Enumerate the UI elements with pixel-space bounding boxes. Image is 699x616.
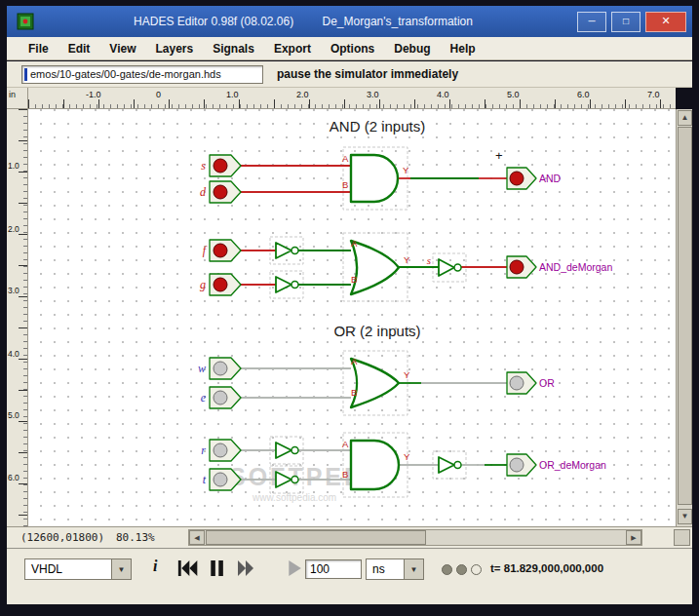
and-gate[interactable] — [351, 441, 399, 489]
maximize-button[interactable]: □ — [611, 12, 641, 32]
output-state-on — [510, 172, 524, 185]
menu-view[interactable]: View — [99, 42, 145, 56]
inverter-bubble — [291, 282, 298, 289]
simulator-status-text: pause the simulator immediately — [277, 67, 458, 81]
input-label: g — [200, 278, 206, 291]
switch-state-off[interactable] — [214, 473, 227, 486]
menu-help[interactable]: Help — [441, 42, 485, 56]
switch-state-on[interactable] — [214, 159, 227, 173]
hruler-label: 7.0 — [647, 90, 660, 99]
inverter-bubble — [291, 447, 298, 454]
switch-state-off[interactable] — [214, 391, 227, 404]
window-icon — [17, 13, 34, 30]
port-label-y: Y — [404, 254, 410, 265]
input-label: e — [201, 391, 207, 404]
horizontal-scroll-thumb[interactable] — [206, 530, 426, 545]
inverter-gate[interactable] — [276, 277, 291, 292]
port-label-b: B — [351, 274, 357, 285]
vruler-label: 2.0 — [8, 224, 19, 234]
or-gate[interactable] — [351, 241, 399, 294]
scroll-left-icon[interactable]: ◀ — [189, 530, 205, 545]
output-state-off — [510, 458, 524, 472]
hruler-label: 3.0 — [367, 90, 379, 99]
menu-file[interactable]: File — [19, 42, 58, 56]
vruler-label: 6.0 — [8, 473, 19, 482]
title-bar[interactable]: HADES Editor 0.98f (08.02.06) De_Morgan'… — [7, 6, 692, 37]
inverter-gate[interactable] — [276, 243, 291, 258]
schematic-canvas[interactable]: SOFTPEDIA www.softpedia.com AND (2 input… — [28, 109, 676, 526]
menu-signals[interactable]: Signals — [203, 42, 264, 56]
status-bar: (12600,01800) 80.13% ◀ ▶ — [7, 526, 692, 548]
input-label: d — [200, 185, 207, 199]
switch-state-on[interactable] — [214, 244, 227, 257]
chevron-down-icon[interactable]: ▼ — [112, 558, 132, 580]
and-gate[interactable] — [351, 155, 398, 202]
vertical-scroll-thumb[interactable] — [678, 127, 692, 505]
intermediate-signal-label: s — [427, 254, 431, 266]
hruler-label: 5.0 — [507, 90, 520, 99]
inverter-gate[interactable] — [439, 259, 454, 276]
switch-state-off[interactable] — [214, 362, 227, 375]
scroll-right-icon[interactable]: ▶ — [626, 530, 641, 545]
file-path-input[interactable] — [21, 65, 263, 84]
switch-state-on[interactable] — [214, 185, 227, 199]
zoom-level: 80.13% — [116, 531, 155, 544]
simulation-time: t= 81.829,000,000,000 — [490, 562, 603, 574]
switch-state-on[interactable] — [214, 278, 227, 291]
scroll-down-icon[interactable]: ▼ — [678, 509, 692, 524]
app-title: HADES Editor 0.98f (08.02.06) — [134, 15, 293, 28]
menu-debug[interactable]: Debug — [384, 42, 440, 56]
inverter-gate[interactable] — [276, 443, 291, 458]
status-led-gray — [456, 564, 467, 575]
or-gate[interactable] — [351, 359, 399, 407]
step-time-input[interactable] — [305, 559, 362, 579]
ruler-unit-label: in — [7, 88, 28, 109]
watermark-url: www.softpedia.com — [252, 492, 336, 503]
minimize-button[interactable]: ─ — [577, 12, 606, 32]
mode-selector[interactable]: VHDL ▼ — [24, 558, 132, 580]
close-button[interactable]: ✕ — [645, 12, 686, 32]
scrollbar-corner — [674, 529, 690, 546]
info-icon[interactable]: i — [153, 558, 157, 575]
input-label: w — [198, 362, 206, 375]
scroll-up-icon[interactable]: ▲ — [678, 110, 692, 126]
and-demorgan-circuit: f g A B Y s AND_deMorgan — [200, 233, 612, 301]
pause-button[interactable] — [206, 560, 227, 576]
simulator-control-bar: VHDL ▼ i ns ▼ t= 81.829,000,000,000 — [7, 548, 692, 598]
cursor-coordinates: (12600,01800) — [20, 531, 104, 544]
output-label: AND — [539, 173, 562, 184]
play-button[interactable] — [284, 560, 305, 576]
menu-edit[interactable]: Edit — [58, 42, 100, 56]
output-label: AND_deMorgan — [539, 261, 612, 273]
horizontal-ruler: -1.0 0 1.0 2.0 3.0 4.0 5.0 6.0 7.0 — [28, 88, 676, 109]
or-circuit: w e A B Y OR — [198, 351, 555, 415]
time-unit-value[interactable]: ns — [366, 558, 405, 580]
window-bottom-filler — [7, 598, 692, 604]
time-unit-selector[interactable]: ns ▼ — [366, 558, 424, 580]
output-label: OR — [539, 377, 555, 389]
status-led-gray — [442, 564, 452, 575]
vertical-scrollbar[interactable]: ▲ ▼ — [676, 109, 692, 526]
input-label: r — [201, 443, 206, 457]
menu-layers[interactable]: Layers — [145, 42, 203, 56]
port-label-a: A — [351, 238, 358, 249]
inverter-gate[interactable] — [439, 457, 454, 473]
mode-selector-value[interactable]: VHDL — [24, 558, 112, 580]
inverter-bubble — [291, 477, 298, 483]
port-label-b: B — [342, 179, 348, 190]
vruler-label: 1.0 — [8, 161, 19, 171]
horizontal-scrollbar[interactable]: ◀ ▶ — [188, 529, 642, 546]
input-label: s — [201, 159, 206, 173]
output-state-on — [510, 260, 524, 274]
status-led-green — [471, 564, 482, 575]
fast-forward-button[interactable] — [235, 560, 256, 576]
chevron-down-icon[interactable]: ▼ — [405, 558, 424, 580]
window-title: HADES Editor 0.98f (08.02.06) De_Morgan'… — [34, 15, 572, 28]
rewind-button[interactable] — [176, 560, 198, 576]
switch-state-off[interactable] — [214, 443, 227, 457]
menu-export[interactable]: Export — [264, 42, 321, 56]
output-label: OR_deMorgan — [539, 459, 606, 471]
hruler-label: 0 — [156, 90, 161, 99]
menu-options[interactable]: Options — [321, 42, 384, 56]
section-title-or: OR (2 inputs) — [333, 323, 420, 339]
